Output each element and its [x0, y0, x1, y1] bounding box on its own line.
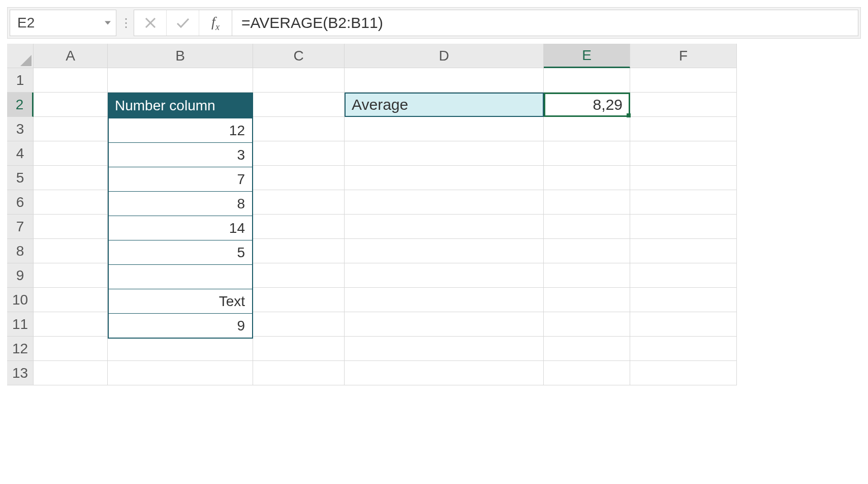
- cell[interactable]: [345, 68, 544, 93]
- cell[interactable]: [345, 190, 544, 215]
- resize-handle-icon[interactable]: ⋮: [118, 8, 134, 38]
- cell[interactable]: [108, 361, 253, 385]
- cell[interactable]: [630, 117, 737, 141]
- cell[interactable]: [253, 166, 345, 190]
- table-cell[interactable]: 3: [109, 142, 252, 167]
- cell[interactable]: [34, 263, 108, 288]
- cell[interactable]: [345, 312, 544, 337]
- chevron-down-icon[interactable]: [105, 21, 111, 25]
- cell[interactable]: [345, 361, 544, 385]
- column-header[interactable]: C: [253, 44, 345, 68]
- cell[interactable]: [34, 93, 108, 117]
- row-header[interactable]: 2: [7, 93, 34, 117]
- cell[interactable]: [253, 215, 345, 239]
- cell[interactable]: [253, 93, 345, 117]
- cell[interactable]: [630, 190, 737, 215]
- row-header[interactable]: 4: [7, 141, 34, 166]
- table-cell[interactable]: 7: [109, 167, 252, 191]
- cell[interactable]: [630, 166, 737, 190]
- cell[interactable]: [345, 337, 544, 361]
- column-header[interactable]: F: [630, 44, 737, 68]
- table-cell[interactable]: 12: [109, 118, 252, 142]
- cell[interactable]: [34, 190, 108, 215]
- cell[interactable]: [630, 312, 737, 337]
- formula-input[interactable]: =AVERAGE(B2:B11): [232, 10, 858, 36]
- table-cell[interactable]: 14: [109, 216, 252, 240]
- name-box[interactable]: E2: [10, 10, 116, 36]
- cell[interactable]: [34, 68, 108, 93]
- row-header[interactable]: 8: [7, 239, 34, 263]
- cell[interactable]: [253, 190, 345, 215]
- row-header[interactable]: 3: [7, 117, 34, 141]
- cell[interactable]: [34, 215, 108, 239]
- row-header[interactable]: 10: [7, 288, 34, 312]
- cell[interactable]: [34, 117, 108, 141]
- cell[interactable]: [630, 337, 737, 361]
- cell[interactable]: [108, 68, 253, 93]
- cell[interactable]: [630, 288, 737, 312]
- cell[interactable]: [544, 288, 630, 312]
- cell[interactable]: [108, 337, 253, 361]
- row-header[interactable]: 12: [7, 337, 34, 361]
- cell[interactable]: [544, 68, 630, 93]
- cell[interactable]: [253, 337, 345, 361]
- active-cell[interactable]: 8,29: [544, 93, 630, 117]
- row-header[interactable]: 11: [7, 312, 34, 337]
- column-header[interactable]: D: [345, 44, 544, 68]
- cell[interactable]: [34, 141, 108, 166]
- cell[interactable]: [34, 288, 108, 312]
- row-header[interactable]: 6: [7, 190, 34, 215]
- cell[interactable]: [345, 263, 544, 288]
- row-header[interactable]: 7: [7, 215, 34, 239]
- cell[interactable]: [253, 141, 345, 166]
- cell[interactable]: [544, 337, 630, 361]
- table-cell[interactable]: [109, 264, 252, 289]
- row-header[interactable]: 13: [7, 361, 34, 385]
- cell[interactable]: [345, 239, 544, 263]
- cell[interactable]: [630, 239, 737, 263]
- row-header[interactable]: 1: [7, 68, 34, 93]
- row-header[interactable]: 5: [7, 166, 34, 190]
- cell[interactable]: [345, 141, 544, 166]
- column-header[interactable]: A: [34, 44, 108, 68]
- cell[interactable]: [544, 117, 630, 141]
- cell[interactable]: [253, 361, 345, 385]
- cell[interactable]: [34, 361, 108, 385]
- cell[interactable]: [253, 239, 345, 263]
- column-header[interactable]: B: [108, 44, 253, 68]
- spreadsheet-grid[interactable]: A B C D E F 1 2 3 4 5 6 7 8 9 10 11 12 1…: [7, 44, 861, 385]
- cell[interactable]: [630, 141, 737, 166]
- cell[interactable]: [630, 93, 737, 117]
- cell[interactable]: [345, 166, 544, 190]
- average-label-cell[interactable]: Average: [345, 93, 544, 117]
- cell[interactable]: [253, 68, 345, 93]
- cell[interactable]: [253, 312, 345, 337]
- cell[interactable]: [544, 263, 630, 288]
- cell[interactable]: [253, 117, 345, 141]
- cell[interactable]: [544, 166, 630, 190]
- cell[interactable]: [630, 361, 737, 385]
- cell[interactable]: [544, 239, 630, 263]
- cell[interactable]: [345, 288, 544, 312]
- cell[interactable]: [34, 312, 108, 337]
- table-cell[interactable]: 5: [109, 240, 252, 264]
- cell[interactable]: [34, 166, 108, 190]
- column-header[interactable]: E: [544, 44, 630, 68]
- table-cell[interactable]: 9: [109, 313, 252, 338]
- enter-button[interactable]: [167, 10, 199, 36]
- cell[interactable]: [544, 215, 630, 239]
- cell[interactable]: [630, 263, 737, 288]
- cell[interactable]: [544, 312, 630, 337]
- cell[interactable]: [630, 215, 737, 239]
- cell[interactable]: [544, 141, 630, 166]
- cell[interactable]: [630, 68, 737, 93]
- cancel-button[interactable]: [134, 10, 167, 36]
- cell[interactable]: [544, 361, 630, 385]
- insert-function-button[interactable]: fx: [199, 10, 232, 36]
- cell[interactable]: [34, 239, 108, 263]
- cell[interactable]: [253, 263, 345, 288]
- cell[interactable]: [345, 117, 544, 141]
- table-cell[interactable]: Text: [109, 289, 252, 313]
- table-cell[interactable]: 8: [109, 191, 252, 216]
- cell[interactable]: [34, 337, 108, 361]
